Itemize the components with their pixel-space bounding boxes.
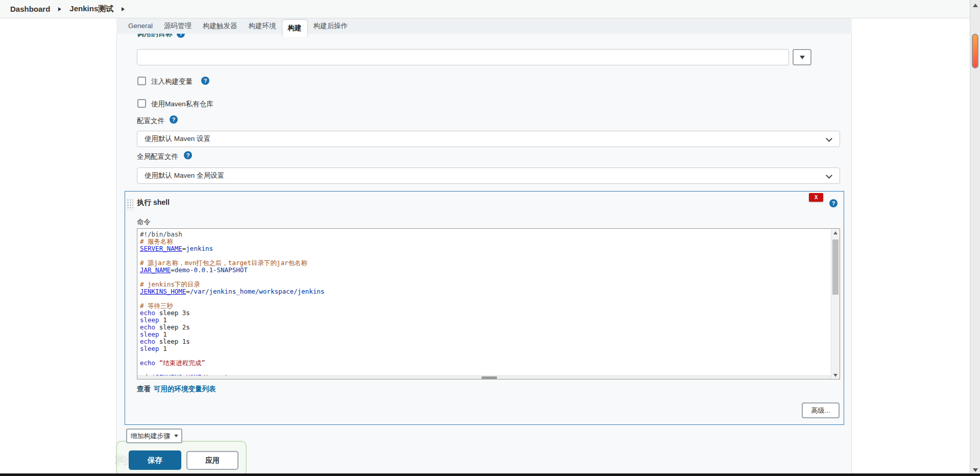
code-token: = bbox=[171, 266, 175, 274]
scroll-up-icon[interactable] bbox=[973, 4, 978, 7]
code-line: echo sleep 3s bbox=[140, 310, 831, 317]
drag-handle-icon[interactable] bbox=[127, 199, 133, 210]
tab-source-management[interactable]: 源码管理 bbox=[158, 18, 197, 34]
code-token: 1 bbox=[159, 316, 167, 324]
code-token: sleep 2s bbox=[155, 323, 190, 331]
code-line: echo “结束进程完成” bbox=[140, 360, 831, 367]
code-line: # jenkins下的目录 bbox=[140, 281, 831, 288]
code-token: echo bbox=[140, 323, 155, 331]
code-line: sleep 1 bbox=[140, 331, 831, 338]
apply-button[interactable]: 应用 bbox=[186, 451, 238, 470]
code-line: sleep 1 bbox=[140, 345, 831, 352]
code-token: # jenkins下的目录 bbox=[140, 280, 200, 288]
inject-build-vars-checkbox[interactable] bbox=[137, 77, 146, 85]
code-line: JAR_NAME=demo-0.0.1-SNAPSHOT bbox=[140, 267, 831, 274]
code-line bbox=[140, 352, 831, 360]
help-icon[interactable]: ? bbox=[177, 34, 185, 38]
clipped-field-label-text: 调用的目标 bbox=[137, 34, 173, 38]
code-line bbox=[140, 252, 831, 259]
code-line: #!/bin/bash bbox=[140, 231, 831, 238]
code-token: = bbox=[186, 288, 190, 295]
shell-script-code: #!/bin/bash# 服务名称SERVER_NAME=jenkins # 源… bbox=[137, 229, 831, 375]
code-token: SERVER_NAME bbox=[140, 245, 182, 252]
dropdown-arrow-icon bbox=[174, 435, 178, 437]
dropdown-arrow-icon bbox=[800, 56, 805, 59]
env-vars-list-link[interactable]: 可用的环境变量列表 bbox=[154, 385, 216, 394]
code-token: # 等待三秒 bbox=[140, 302, 173, 310]
code-horizontal-scrollbar[interactable] bbox=[137, 375, 831, 379]
code-line: # 源jar名称，mvn打包之后，target目录下的jar包名称 bbox=[140, 259, 831, 267]
tab-build[interactable]: 构建 bbox=[282, 19, 308, 37]
code-line bbox=[140, 367, 831, 374]
tab-build-triggers[interactable]: 构建触发器 bbox=[197, 18, 243, 34]
breadcrumb-dashboard-link[interactable]: Dashboard bbox=[10, 5, 50, 13]
code-token: demo-0.0.1-SNAPSHOT bbox=[175, 266, 248, 274]
code-line bbox=[140, 295, 831, 302]
code-token: JENKINS_HOME bbox=[140, 288, 186, 295]
env-vars-hint: 查看 可用的环境变量列表 bbox=[137, 385, 216, 394]
code-line bbox=[140, 274, 831, 281]
code-token: “结束进程完成” bbox=[159, 359, 205, 367]
breadcrumb-separator-icon bbox=[58, 7, 61, 11]
code-token: #!/bin/bash bbox=[140, 230, 182, 238]
code-token bbox=[155, 359, 159, 367]
chevron-down-icon bbox=[826, 135, 832, 142]
chevron-down-icon bbox=[826, 172, 832, 179]
code-token: echo bbox=[140, 359, 155, 367]
advanced-button[interactable]: 高级... bbox=[802, 402, 840, 418]
add-build-step-label: 增加构建步骤 bbox=[131, 432, 171, 441]
config-tabs: General 源码管理 构建触发器 构建环境 构建 构建后操作 bbox=[116, 18, 852, 34]
code-token: # 源jar名称，mvn打包之后，target目录下的jar包名称 bbox=[140, 259, 307, 267]
maven-goals-input[interactable] bbox=[137, 49, 789, 65]
code-vscroll-thumb[interactable] bbox=[832, 240, 839, 295]
help-icon[interactable]: ? bbox=[184, 151, 192, 159]
tab-build-environment[interactable]: 构建环境 bbox=[243, 18, 282, 34]
code-line: echo sleep 2s bbox=[140, 324, 831, 331]
code-token: echo bbox=[140, 338, 155, 345]
code-token: sleep bbox=[140, 345, 159, 352]
help-icon[interactable]: ? bbox=[170, 115, 178, 124]
inject-build-vars-label: 注入构建变量 bbox=[151, 77, 193, 86]
code-line: JENKINS_HOME=/var/jenkins_home/workspace… bbox=[140, 288, 831, 295]
goals-dropdown-button[interactable] bbox=[793, 49, 811, 65]
code-token: sleep bbox=[140, 330, 159, 338]
settings-file-value: 使用默认 Maven 设置 bbox=[145, 134, 210, 144]
delete-step-button[interactable]: X bbox=[809, 193, 823, 202]
window-scrollbar-thumb[interactable] bbox=[972, 34, 978, 68]
breadcrumb-job-link[interactable]: Jenkins测试 bbox=[69, 4, 113, 14]
global-settings-file-label: 全局配置文件 bbox=[137, 152, 178, 161]
tab-post-build[interactable]: 构建后操作 bbox=[308, 18, 354, 34]
code-line: # 等待三秒 bbox=[140, 302, 831, 310]
code-token: jenkins bbox=[186, 245, 213, 252]
settings-file-select[interactable]: 使用默认 Maven 设置 bbox=[137, 131, 840, 147]
code-token: JAR_NAME bbox=[140, 266, 171, 274]
scroll-down-icon[interactable] bbox=[973, 468, 978, 472]
settings-file-label: 配置文件 bbox=[137, 116, 164, 126]
clipped-field-label: 调用的目标 ? bbox=[137, 34, 229, 38]
code-vertical-scrollbar[interactable] bbox=[831, 229, 840, 379]
save-button[interactable]: 保存 bbox=[129, 450, 181, 470]
window-scrollbar[interactable] bbox=[970, 0, 980, 476]
code-token: # 服务名称 bbox=[140, 237, 173, 245]
code-token: echo bbox=[140, 309, 155, 317]
jenkins-config-page: Dashboard Jenkins测试 调用的目标 ? General 源码管理… bbox=[0, 0, 980, 476]
global-settings-file-value: 使用默认 Maven 全局设置 bbox=[145, 171, 224, 180]
help-icon[interactable]: ? bbox=[829, 199, 838, 207]
add-build-step-button[interactable]: 增加构建步骤 bbox=[126, 429, 182, 443]
shell-step-title: 执行 shell bbox=[137, 198, 170, 207]
shell-command-textarea[interactable]: #!/bin/bash# 服务名称SERVER_NAME=jenkins # 源… bbox=[137, 228, 840, 379]
code-token: sleep bbox=[140, 316, 159, 324]
code-line: sleep 1 bbox=[140, 317, 831, 324]
help-icon[interactable]: ? bbox=[201, 77, 209, 85]
scroll-down-icon[interactable] bbox=[833, 374, 838, 377]
bottom-window-edge bbox=[0, 473, 980, 476]
scroll-up-icon[interactable] bbox=[833, 231, 838, 234]
private-maven-repo-checkbox[interactable] bbox=[137, 99, 146, 108]
code-token: sleep 3s bbox=[155, 309, 190, 317]
global-settings-file-select[interactable]: 使用默认 Maven 全局设置 bbox=[137, 168, 840, 184]
code-line: # 服务名称 bbox=[140, 238, 831, 245]
tab-general[interactable]: General bbox=[123, 18, 158, 34]
code-hscroll-thumb[interactable] bbox=[482, 376, 497, 379]
code-token: 1 bbox=[159, 330, 167, 338]
code-token: /var/jenkins_home/workspace/jenkins bbox=[190, 288, 324, 295]
